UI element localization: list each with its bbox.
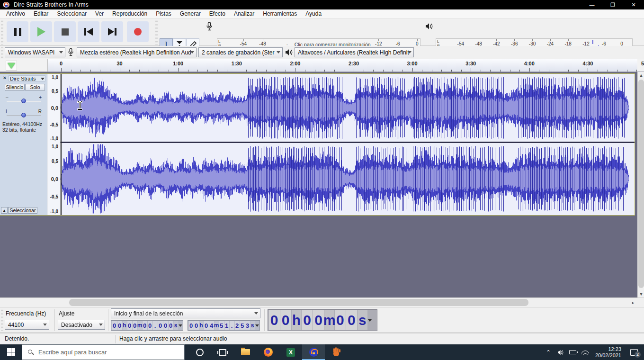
- pause-button[interactable]: [7, 21, 28, 42]
- vertical-scale-ruler[interactable]: 1,00,50,0-0,5-1,01,00,50,0-0,5-1,0: [47, 74, 61, 215]
- vertical-scrollbar[interactable]: ▲ ▼: [637, 72, 644, 297]
- volume-icon[interactable]: [555, 344, 566, 360]
- menu-item-editar[interactable]: Editar: [29, 9, 53, 18]
- amplitude-scale-label: -1,0: [50, 209, 58, 214]
- taskbar-clock[interactable]: 12:23 20/02/2021: [592, 346, 624, 359]
- menu-item-ver[interactable]: Ver: [91, 9, 108, 18]
- frequency-select[interactable]: 44100: [5, 320, 49, 330]
- track-close-button[interactable]: ✕: [2, 75, 8, 81]
- ruler-label: 3:00: [407, 61, 418, 66]
- pinned-app-button[interactable]: [325, 344, 348, 360]
- amplitude-scale-label: 1,0: [52, 144, 58, 149]
- scroll-right-arrow[interactable]: ▸: [630, 299, 636, 306]
- chevron-down-icon: [41, 78, 45, 80]
- menu-item-ayuda[interactable]: Ayuda: [301, 9, 326, 18]
- menu-item-seleccionar[interactable]: Seleccionar: [53, 9, 91, 18]
- menu-item-herramientas[interactable]: Herramientas: [259, 9, 301, 18]
- gain-slider[interactable]: –+: [6, 97, 42, 105]
- snap-select[interactable]: Desactivado: [58, 320, 105, 330]
- toolbar-grip[interactable]: [155, 20, 158, 45]
- vertical-scroll-thumb[interactable]: [638, 80, 644, 288]
- clock-date: 20/02/2021: [595, 352, 621, 359]
- track-title-dropdown[interactable]: Dire Straits: [9, 75, 45, 81]
- task-view-button[interactable]: [211, 344, 234, 360]
- track-format-info: Estéreo, 44100Hz 32 bits, flotante: [2, 121, 42, 133]
- restore-button[interactable]: ❐: [602, 0, 623, 9]
- scroll-down-arrow[interactable]: ▼: [638, 291, 644, 297]
- time-format-dropdown[interactable]: [178, 321, 182, 330]
- gain-thumb[interactable]: [21, 99, 26, 103]
- horizontal-scrollbar[interactable]: ◂ ▸: [0, 297, 644, 307]
- recording-device-select[interactable]: Mezcla estéreo (Realtek High Definition …: [77, 47, 197, 57]
- windows-taskbar: Escribe aquí para buscar ⌃ 12:23 20/02/2…: [0, 344, 644, 360]
- excel-button[interactable]: [279, 344, 302, 360]
- record-button[interactable]: [127, 21, 149, 42]
- pan-slider[interactable]: LR: [6, 111, 42, 119]
- scroll-up-arrow[interactable]: ▲: [638, 72, 644, 79]
- menu-item-reproduccin[interactable]: Reproducción: [108, 9, 152, 18]
- cortana-icon: [196, 349, 204, 356]
- audio-host-select[interactable]: Windows WASAPI: [5, 47, 65, 57]
- tray-expand-chevron[interactable]: ⌃: [543, 344, 554, 360]
- horizontal-scroll-thumb[interactable]: [69, 299, 528, 306]
- menu-item-archivo[interactable]: Archivo: [2, 9, 29, 18]
- playback-device-select[interactable]: Altavoces / Auriculares (Realtek High De…: [295, 47, 414, 57]
- file-explorer-button[interactable]: [234, 344, 257, 360]
- selection-start-field[interactable]: 00h00m00.000s: [111, 320, 183, 331]
- input-device-mic-icon: [68, 48, 73, 56]
- time-format-dropdown[interactable]: [367, 316, 372, 324]
- selection-end-field[interactable]: 00h04m51.253s: [188, 320, 260, 331]
- battery-icon[interactable]: [568, 344, 578, 360]
- close-button[interactable]: ✕: [623, 0, 644, 9]
- time-format-dropdown[interactable]: [255, 321, 259, 330]
- amplitude-scale-label: -1,0: [50, 136, 58, 141]
- solo-button[interactable]: Solo: [25, 84, 45, 91]
- track-control-panel: ✕ Dire Straits Silencio Solo –+ LR Estér…: [0, 74, 47, 215]
- track-area[interactable]: ✕ Dire Straits Silencio Solo –+ LR Estér…: [0, 72, 637, 297]
- firefox-button[interactable]: [257, 344, 279, 360]
- ruler-label: 4:30: [582, 61, 593, 66]
- cortana-button[interactable]: [188, 344, 211, 360]
- clock-time: 12:23: [595, 346, 621, 352]
- audacity-icon: [309, 348, 318, 357]
- amplitude-scale-label: 0,5: [52, 89, 58, 94]
- stop-button[interactable]: [54, 21, 76, 42]
- taskbar-search-input[interactable]: Escribe aquí para buscar: [22, 344, 185, 360]
- speaker-icon: [425, 23, 433, 30]
- waveform-clip[interactable]: [61, 74, 635, 215]
- audacity-taskbar-button[interactable]: [302, 344, 325, 360]
- pinned-playhead-button[interactable]: [6, 61, 17, 71]
- menu-item-generar[interactable]: Generar: [176, 9, 205, 18]
- skip-to-start-button[interactable]: [78, 21, 99, 42]
- timeline-ruler[interactable]: 0301:001:302:002:303:003:304:004:305:00: [47, 59, 637, 72]
- play-meter-speaker-button[interactable]: [423, 20, 436, 32]
- record-meter-mic-button[interactable]: [203, 20, 215, 32]
- folder-icon: [241, 349, 250, 355]
- play-button[interactable]: [30, 21, 52, 42]
- toolbar-grip[interactable]: [1, 20, 3, 45]
- action-center-button[interactable]: 2: [626, 344, 642, 360]
- menu-item-efecto[interactable]: Efecto: [205, 9, 230, 18]
- waveform-left-channel[interactable]: [61, 74, 635, 141]
- audio-position-display[interactable]: 00h00m00s: [268, 309, 377, 331]
- menu-item-analizar[interactable]: Analizar: [230, 9, 259, 18]
- waveform-right-channel[interactable]: [61, 144, 635, 214]
- ruler-label: 1:30: [232, 61, 242, 66]
- skip-to-end-button[interactable]: [101, 21, 123, 42]
- recording-channels-select[interactable]: 2 canales de grabación (Ster: [198, 47, 283, 57]
- mute-button[interactable]: Silencio: [5, 84, 25, 91]
- wifi-icon[interactable]: [580, 344, 590, 360]
- track-collapse-button[interactable]: ▲: [1, 207, 8, 214]
- track-select-button[interactable]: Seleccionar: [8, 207, 37, 214]
- toolbar-grip[interactable]: [1, 309, 3, 332]
- toolbar-grip[interactable]: [1, 47, 3, 58]
- pan-thumb[interactable]: [21, 113, 26, 117]
- start-button[interactable]: [0, 344, 22, 360]
- minimize-button[interactable]: —: [581, 0, 602, 9]
- audacity-logo-icon: [3, 2, 10, 8]
- menu-item-pistas[interactable]: Pistas: [152, 9, 176, 18]
- selection-range-mode-select[interactable]: Inicio y final de la selección: [111, 308, 260, 318]
- pause-icon: [14, 28, 21, 36]
- amplitude-scale-label: 0,0: [51, 105, 58, 111]
- audacity-window: Dire Straits Brothers In Arms — ❐ ✕ Arch…: [0, 0, 644, 360]
